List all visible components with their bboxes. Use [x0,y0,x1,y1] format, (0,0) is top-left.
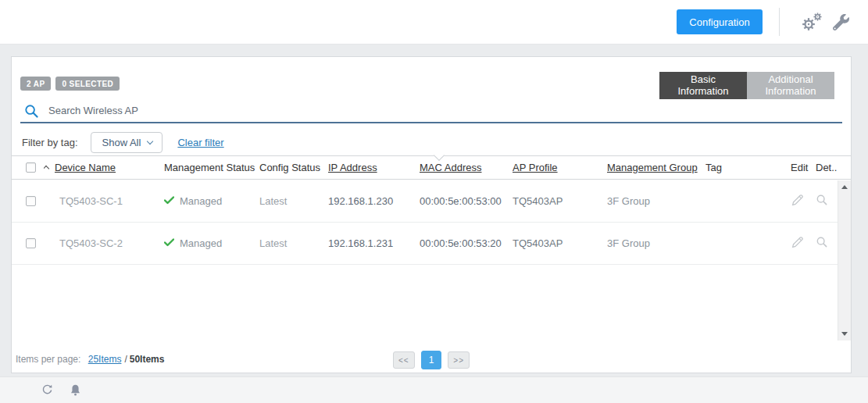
next-page-button[interactable]: >> [448,351,470,369]
column-header-management_status: Management Status [164,162,259,173]
edit-button[interactable] [791,193,816,209]
column-header-tag: Tag [705,162,791,173]
sort-asc-icon [44,166,49,172]
column-label: IP Address [328,162,377,173]
column-label: Management Status [164,162,255,173]
tag-filter-dropdown[interactable]: Show All [91,132,163,153]
configuration-button[interactable]: Configuration [677,9,763,34]
row-checkbox[interactable] [26,238,36,248]
cell-device_name: TQ5403-SC-2 [44,237,164,249]
column-label: Det... [816,162,838,173]
info-tabs: Basic InformationAdditional Information [659,72,834,99]
cell-mac_address: 00:00:5e:00:53:00 [420,195,513,207]
cell-select [12,196,44,206]
tab-basic-information[interactable]: Basic Information [659,72,747,99]
column-label: AP Profile [513,162,558,173]
edit-button[interactable] [791,235,816,251]
prev-page-button[interactable]: << [393,351,415,369]
count-badge: 2 AP [20,77,51,91]
column-header-mac_address[interactable]: MAC Address [420,162,513,173]
column-label: Config Status [259,162,320,173]
top-toolbar: Configuration [0,0,868,45]
cell-select [12,238,44,248]
column-header-select [12,162,44,173]
column-header-device_name[interactable]: Device Name [44,162,164,173]
cell-device_name: TQ5403-SC-1 [44,195,164,207]
vertical-scrollbar[interactable] [838,180,851,341]
column-header-config_status: Config Status [259,162,328,173]
filter-by-tag-label: Filter by tag: [22,137,78,148]
count-badge: 0 SELECTED [55,77,120,91]
details-magnifier-icon [816,194,828,209]
status-text: Managed [180,237,222,249]
toolbar-divider [779,8,780,36]
cell-management_status: Managed [164,195,259,207]
cell-config_status: Latest [259,195,328,207]
cell-ip_address: 192.168.1.231 [328,237,420,249]
gear-small-icon [813,12,822,23]
status-text: Managed [180,195,222,207]
column-header-ap_profile[interactable]: AP Profile [513,162,607,173]
column-header-ip_address[interactable]: IP Address [328,162,420,173]
cell-ap_profile: TQ5403AP [513,237,607,249]
ap-count-badges: 2 AP0 SELECTED [20,77,124,91]
column-label: Management Group [607,162,698,173]
bottom-status-bar [0,376,868,403]
clear-filter-link[interactable]: Clear filter [177,137,223,148]
managed-check-icon [164,237,174,249]
cell-management_status: Managed [164,237,259,249]
details-button[interactable] [816,236,838,251]
search-bar [20,99,842,123]
table-header-row: Device NameManagement StatusConfig Statu… [12,155,851,180]
details-magnifier-icon [816,236,828,251]
column-label: Tag [705,162,722,173]
select-all-checkbox[interactable] [26,162,36,173]
row-checkbox[interactable] [26,196,36,206]
pager: << 1 >> [12,351,851,369]
details-button[interactable] [816,194,838,209]
table-row: TQ5403-SC-2ManagedLatest192.168.1.23100:… [12,223,838,265]
header-notch [434,150,445,161]
cell-ap_profile: TQ5403AP [513,195,607,207]
table-body: TQ5403-SC-1ManagedLatest192.168.1.23000:… [12,180,851,341]
wrench-icon[interactable] [833,14,850,31]
settings-gears-icon[interactable] [802,12,825,34]
managed-check-icon [164,195,174,207]
current-page-button[interactable]: 1 [421,351,442,369]
edit-pencil-icon [791,235,805,251]
scroll-down-arrow[interactable] [838,327,851,341]
pagination-row: Items per page: 25Items/50Items << 1 >> [12,349,851,373]
dropdown-value: Show All [102,137,141,148]
column-header-details: Det... [816,162,838,173]
search-input[interactable] [48,102,842,120]
chevron-down-icon [147,137,153,144]
table-row: TQ5403-SC-1ManagedLatest192.168.1.23000:… [12,180,838,223]
scroll-up-arrow[interactable] [838,180,851,194]
wireless-ap-panel: 2 AP0 SELECTED Basic InformationAddition… [11,56,852,373]
notifications-bell-icon[interactable] [70,383,81,399]
filter-row: Filter by tag: Show All Clear filter [22,130,224,154]
search-icon [24,104,39,121]
edit-pencil-icon [791,193,805,209]
column-label: MAC Address [420,162,481,173]
refresh-icon[interactable] [41,383,54,399]
column-label: Edit [791,162,808,173]
cell-ip_address: 192.168.1.230 [328,195,420,207]
tab-additional-information[interactable]: Additional Information [747,72,834,99]
cell-management_group: 3F Group [607,195,705,207]
cell-mac_address: 00:00:5e:00:53:20 [420,237,513,249]
cell-config_status: Latest [259,237,328,249]
column-header-management_group[interactable]: Management Group [607,162,705,173]
cell-management_group: 3F Group [607,237,705,249]
column-label: Device Name [55,162,116,173]
column-header-edit: Edit [791,162,816,173]
